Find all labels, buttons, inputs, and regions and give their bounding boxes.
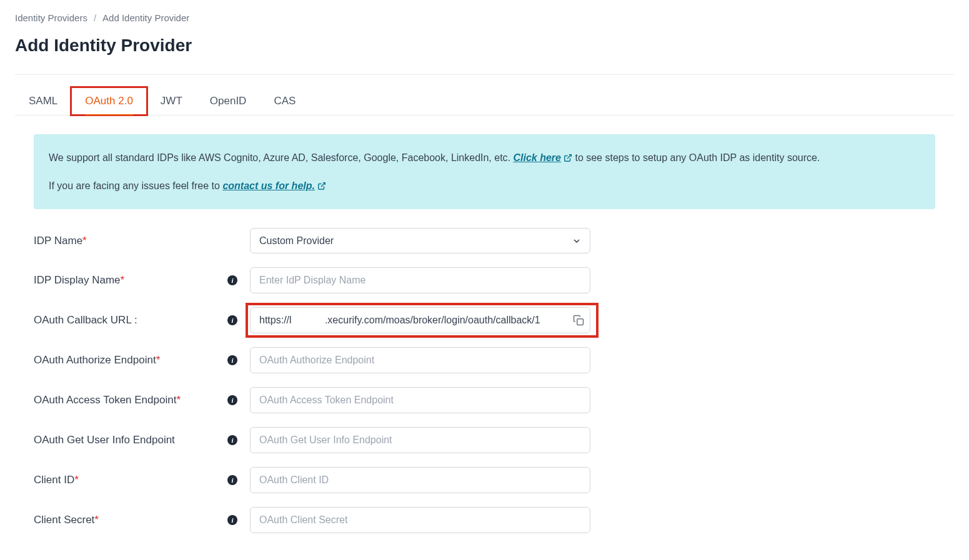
authorize-endpoint-label: OAuth Authorize Endpoint* (34, 354, 215, 366)
required-mark: * (82, 235, 87, 247)
info-icon[interactable]: i (227, 355, 237, 365)
tab-openid[interactable]: OpenID (196, 87, 261, 115)
client-id-label: Client ID* (34, 474, 215, 486)
required-mark: * (156, 354, 161, 366)
tab-cas[interactable]: CAS (260, 87, 309, 115)
callback-url-label: OAuth Callback URL : (34, 314, 215, 327)
info-icon[interactable]: i (227, 275, 237, 285)
token-endpoint-input[interactable] (250, 387, 590, 413)
form-row-idp-display-name: IDP Display Name* i (34, 267, 935, 293)
idp-name-label: IDP Name* (34, 235, 215, 247)
info-icon[interactable]: i (227, 435, 237, 445)
info-line-2: If you are facing any issues feel free t… (49, 177, 920, 194)
form-row-client-id: Client ID* i (34, 467, 935, 493)
info-icon[interactable]: i (227, 395, 237, 405)
callback-url-input[interactable] (250, 307, 590, 333)
info-text: We support all standard IDPs like AWS Co… (49, 152, 514, 163)
info-line-1: We support all standard IDPs like AWS Co… (49, 149, 920, 166)
svg-line-1 (321, 183, 325, 187)
external-link-icon (564, 154, 572, 162)
tabs-container: SAML OAuth 2.0 JWT OpenID CAS (15, 75, 954, 115)
form-row-callback-url: OAuth Callback URL : i (34, 307, 935, 333)
external-link-icon (317, 182, 326, 190)
breadcrumb-parent-link[interactable]: Identity Providers (15, 12, 87, 23)
tab-oauth2[interactable]: OAuth 2.0 (71, 87, 147, 115)
client-secret-label: Client Secret* (34, 514, 215, 526)
click-here-link[interactable]: Click here (514, 149, 572, 166)
form-row-idp-name: IDP Name* Custom Provider (34, 228, 935, 253)
breadcrumb-separator: / (94, 12, 96, 23)
tab-saml[interactable]: SAML (15, 87, 71, 115)
client-secret-input[interactable] (250, 507, 590, 533)
svg-rect-2 (577, 319, 584, 325)
form-row-token-endpoint: OAuth Access Token Endpoint* i (34, 387, 935, 413)
tab-jwt[interactable]: JWT (147, 87, 196, 115)
info-box: We support all standard IDPs like AWS Co… (34, 134, 935, 209)
idp-name-select[interactable]: Custom Provider (250, 228, 590, 253)
required-mark: * (94, 514, 99, 526)
form-row-client-secret: Client Secret* i (34, 507, 935, 533)
page-title: Add Identity Provider (15, 36, 954, 56)
required-mark: * (74, 474, 79, 486)
breadcrumb-current: Add Identity Provider (102, 12, 189, 23)
info-icon[interactable]: i (227, 515, 237, 525)
form-row-authorize-endpoint: OAuth Authorize Endpoint* i (34, 347, 935, 373)
idp-display-name-input[interactable] (250, 267, 590, 293)
form-row-userinfo-endpoint: OAuth Get User Info Endpoint i (34, 427, 935, 453)
token-endpoint-label: OAuth Access Token Endpoint* (34, 394, 215, 406)
copy-icon[interactable] (573, 315, 584, 326)
required-mark: * (176, 394, 181, 406)
client-id-input[interactable] (250, 467, 590, 493)
userinfo-endpoint-label: OAuth Get User Info Endpoint (34, 434, 215, 446)
required-mark: * (121, 274, 125, 286)
breadcrumb: Identity Providers / Add Identity Provid… (15, 12, 954, 23)
idp-display-name-label: IDP Display Name* (34, 274, 215, 287)
userinfo-endpoint-input[interactable] (250, 427, 590, 453)
info-text: If you are facing any issues feel free t… (49, 180, 222, 191)
info-text: to see steps to setup any OAuth IDP as i… (572, 152, 820, 163)
authorize-endpoint-input[interactable] (250, 347, 590, 373)
svg-line-0 (567, 154, 571, 158)
info-icon[interactable]: i (227, 475, 237, 485)
contact-us-link[interactable]: contact us for help. (222, 177, 326, 194)
info-icon[interactable]: i (227, 315, 237, 325)
